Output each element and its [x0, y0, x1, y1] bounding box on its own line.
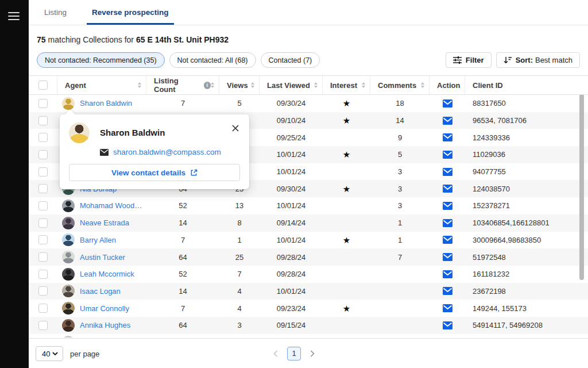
mail-icon[interactable] — [443, 185, 452, 193]
agent-link[interactable]: Neave Estrada — [80, 218, 129, 227]
row-checkbox[interactable] — [38, 150, 48, 159]
table-row: Umar Connolly 7 4 09/23/24 ★ 149244, 155… — [29, 300, 588, 317]
table-row: Neave Estrada 14 8 09/14/24 ★ 1 10340685… — [29, 214, 588, 232]
row-checkbox[interactable] — [38, 270, 48, 279]
previous-page-icon[interactable] — [271, 348, 280, 359]
views-cell: 25 — [219, 253, 260, 262]
mail-icon[interactable] — [443, 117, 452, 125]
column-last-viewed[interactable]: Last Viewed — [260, 76, 323, 94]
sort-arrows-icon[interactable] — [362, 82, 365, 88]
agent-link[interactable]: Austin Tucker — [80, 253, 125, 262]
filter-sliders-icon — [453, 56, 462, 64]
agent-avatar — [62, 319, 75, 332]
mail-icon[interactable] — [443, 133, 452, 141]
chip-contacted[interactable]: Contacted (7) — [261, 52, 320, 68]
sort-button[interactable]: Sort: Best match — [496, 52, 580, 68]
tab-reverse-prospecting[interactable]: Reverse prospecting — [87, 0, 174, 25]
column-agent[interactable]: Agent — [57, 76, 146, 94]
mail-icon[interactable] — [443, 219, 452, 227]
column-interest[interactable]: Interest — [323, 76, 370, 94]
table-row: Annika Hughes 64 3 09/15/24 ★ 54914117, … — [29, 317, 588, 334]
table-row: Barry Allen 7 1 10/01/24 ★ 1 30009664,98… — [29, 232, 588, 249]
last-viewed-cell: 09/28/24 — [260, 253, 323, 262]
star-icon: ★ — [343, 304, 350, 313]
comments-cell: 3 — [370, 185, 430, 193]
client-id-cell: 51972548 — [465, 253, 588, 262]
row-checkbox[interactable] — [38, 133, 48, 142]
sort-arrows-icon[interactable] — [314, 82, 318, 88]
last-viewed-cell: 09/15/24 — [260, 321, 323, 329]
mail-icon[interactable] — [443, 253, 452, 261]
mail-icon[interactable] — [443, 151, 452, 159]
info-icon[interactable]: i — [204, 82, 211, 89]
sort-arrows-icon[interactable] — [138, 82, 141, 88]
select-all-checkbox[interactable] — [38, 80, 48, 90]
mail-icon[interactable] — [443, 202, 452, 210]
table-toolbar: Filter Sort: Best match — [446, 52, 580, 68]
mail-icon[interactable] — [443, 270, 452, 278]
chip-not-contacted-all[interactable]: Not contacted: All (68) — [169, 52, 256, 68]
row-checkbox[interactable] — [38, 167, 48, 177]
listing-count-cell: 7 — [146, 236, 219, 244]
listing-count-cell: 52 — [146, 270, 219, 278]
views-cell: 4 — [219, 287, 260, 296]
row-checkbox[interactable] — [38, 201, 48, 210]
mail-icon[interactable] — [443, 321, 452, 329]
vertical-scrollbar-thumb[interactable] — [579, 95, 584, 280]
client-id-cell: 124339336 — [465, 133, 588, 142]
filter-button[interactable]: Filter — [446, 52, 492, 68]
row-checkbox[interactable] — [38, 235, 48, 244]
last-viewed-cell: 10/01/24 — [260, 150, 323, 159]
views-cell: 13 — [219, 201, 260, 210]
listing-count-cell: 14 — [146, 287, 219, 296]
row-checkbox[interactable] — [38, 116, 48, 125]
comments-cell: 5 — [370, 150, 430, 159]
contact-email-link[interactable]: sharon.baldwin@compass.com — [113, 148, 221, 156]
sort-arrows-icon[interactable] — [421, 82, 424, 88]
sort-arrows-icon[interactable] — [211, 82, 214, 88]
row-checkbox[interactable] — [38, 184, 48, 193]
row-checkbox[interactable] — [38, 286, 48, 296]
per-page-select[interactable]: 40 — [36, 346, 63, 361]
table-row: Mohamad Woodward 52 13 10/01/24 ★ 3 1523… — [29, 197, 588, 214]
column-views[interactable]: Views — [219, 76, 260, 94]
agent-link[interactable]: Mohamad Woodward — [80, 201, 146, 210]
agent-link[interactable]: Annika Hughes — [80, 321, 130, 329]
row-checkbox[interactable] — [38, 218, 48, 228]
mail-icon[interactable] — [443, 168, 452, 176]
mail-icon[interactable] — [443, 304, 452, 312]
column-comments[interactable]: Comments — [370, 76, 430, 94]
chip-not-contacted-recommended[interactable]: Not contacted: Recommended (35) — [37, 52, 165, 68]
client-id-cell: 152378271 — [465, 201, 588, 210]
client-id-cell: 88317650 — [465, 99, 588, 108]
column-listing-count[interactable]: Listing Count i — [146, 76, 219, 94]
view-contact-details-button[interactable]: View contact details — [69, 164, 240, 181]
star-icon: ★ — [343, 185, 350, 193]
row-checkbox[interactable] — [38, 99, 48, 108]
agent-link[interactable]: Umar Connolly — [80, 304, 129, 313]
client-id-cell: 103406854,166128801 — [465, 218, 588, 227]
agent-link[interactable]: Isaac Logan — [80, 287, 121, 296]
row-checkbox[interactable] — [38, 304, 48, 313]
column-client-id: Client ID — [465, 76, 588, 94]
row-checkbox[interactable] — [38, 252, 48, 262]
menu-icon[interactable] — [8, 12, 20, 22]
mail-icon[interactable] — [443, 287, 452, 295]
star-icon: ★ — [343, 150, 350, 159]
mail-icon[interactable] — [443, 236, 452, 244]
agent-link[interactable]: Sharon Baldwin — [80, 99, 132, 108]
table-row: Sharon Baldwin 7 5 09/30/24 ★ 18 8831765… — [29, 95, 588, 112]
close-icon[interactable] — [231, 122, 240, 134]
star-icon: ★ — [343, 116, 350, 125]
last-viewed-cell: 09/30/24 — [260, 99, 323, 108]
agent-link[interactable]: Barry Allen — [80, 236, 116, 244]
tab-listing[interactable]: Listing — [39, 0, 72, 25]
current-page-button[interactable]: 1 — [287, 347, 301, 361]
sort-arrows-icon[interactable] — [251, 82, 254, 88]
mail-icon[interactable] — [443, 99, 452, 108]
agent-avatar — [62, 285, 75, 297]
comments-cell: 9 — [370, 133, 430, 142]
next-page-icon[interactable] — [308, 348, 317, 359]
agent-link[interactable]: Leah Mccormick — [80, 270, 134, 278]
row-checkbox[interactable] — [38, 321, 48, 330]
